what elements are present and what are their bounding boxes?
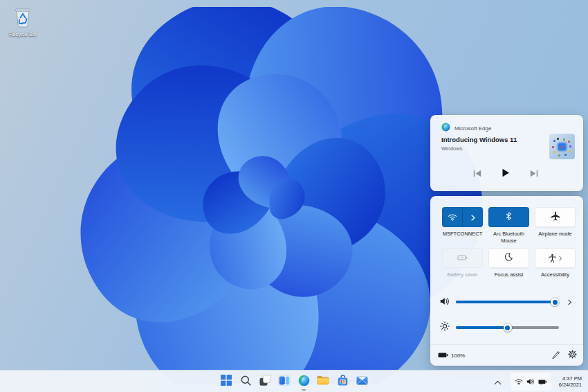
store-button[interactable] [334,373,351,391]
running-app-indicator [302,389,306,391]
media-playback-card: Microsoft Edge Introducing Windows 11 Wi… [430,115,583,191]
chevron-right-icon [471,211,475,224]
play-icon [502,168,510,180]
wifi-icon [448,211,457,224]
search-button[interactable] [237,373,254,391]
tray-overflow-button[interactable] [491,373,505,390]
media-subtitle: Windows [441,145,462,152]
previous-track-icon [473,168,481,180]
previous-track-button[interactable] [469,166,486,181]
airplane-mode-tile[interactable] [535,207,576,227]
media-thumbnail [549,134,575,159]
edit-quick-settings-button[interactable] [549,348,562,362]
battery-saver-icon [457,252,468,265]
accessibility-tile-label: Accessibility [535,268,576,286]
settings-button[interactable] [565,348,579,362]
edge-browser-button[interactable] [295,373,312,391]
battery-status-icon [538,375,547,388]
volume-icon [440,296,450,308]
volume-status-icon [526,375,535,388]
quick-settings-tray-button[interactable] [511,373,551,391]
microsoft-store-icon [337,375,349,389]
task-view-icon [259,375,271,389]
battery-saver-tile [442,248,483,268]
start-button[interactable] [218,373,235,391]
taskbar: 4:37 PM 6/24/2021 [0,370,588,392]
accessibility-icon [548,253,562,263]
edge-browser-icon [298,375,310,389]
file-explorer-button[interactable] [315,373,331,391]
gear-icon [568,349,577,362]
next-track-button[interactable] [526,166,542,181]
recycle-bin-label: Recycle Bin [1,31,44,37]
clock[interactable]: 4:37 PM 6/24/2021 [555,373,585,391]
widgets-icon [278,375,291,389]
media-app-name: Microsoft Edge [454,125,491,132]
bluetooth-tile-label: Arc Bluetooth Mouse [488,227,529,248]
wifi-toggle[interactable] [442,207,463,227]
clock-date: 6/24/2021 [559,382,582,389]
brightness-slider[interactable] [456,326,559,328]
focus-assist-tile-label: Focus assist [488,268,529,286]
focus-assist-tile[interactable] [488,248,529,268]
edge-icon [441,122,450,134]
volume-flyout-button[interactable] [564,296,576,308]
task-view-button[interactable] [257,373,273,391]
battery-status[interactable]: 100% [438,349,465,362]
battery-percent-label: 100% [451,353,465,359]
wifi-flyout-button[interactable] [463,207,483,227]
mail-icon [356,375,368,388]
battery-saver-tile-label: Battery saver [442,268,483,286]
widgets-button[interactable] [276,373,293,391]
recycle-bin-icon [12,18,33,30]
battery-icon [438,349,448,362]
volume-slider-thumb[interactable] [551,298,559,306]
bluetooth-icon [505,211,513,224]
brightness-icon [440,321,450,334]
windows-start-icon [221,375,232,389]
mail-button[interactable] [353,373,370,391]
wifi-tile[interactable] [442,207,483,227]
airplane-icon [551,211,560,224]
wifi-tile-label: MSFTCONNECT [442,227,483,248]
clock-time: 4:37 PM [559,375,582,382]
play-button[interactable] [497,166,514,181]
media-title: Introducing Windows 11 [441,136,517,143]
volume-slider[interactable] [456,301,559,303]
quick-settings-panel: MSFTCONNECT Arc Bluetooth Mouse Airplane… [430,196,583,366]
bluetooth-tile[interactable] [488,207,529,227]
next-track-icon [530,168,538,180]
brightness-slider-thumb[interactable] [504,323,512,332]
recycle-bin[interactable]: Recycle Bin [1,6,44,37]
airplane-mode-tile-label: Airplane mode [535,227,576,248]
windows-bloom-wallpaper [38,7,495,384]
accessibility-tile[interactable] [535,248,576,268]
file-explorer-icon [317,375,329,388]
focus-assist-icon [504,252,513,265]
search-icon [241,375,251,389]
chevron-up-icon [494,375,502,388]
pencil-icon [551,349,560,362]
wifi-status-icon [515,375,523,388]
